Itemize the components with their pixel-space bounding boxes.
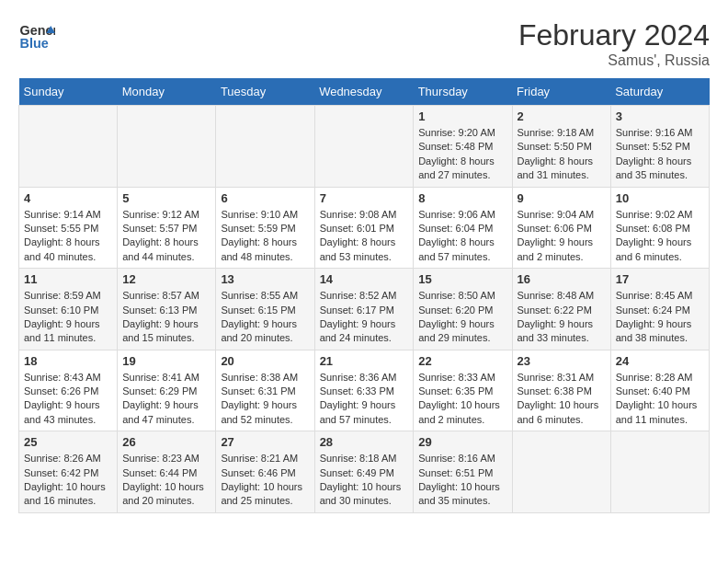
day-number: 24 xyxy=(616,354,704,368)
day-info: Sunrise: 8:16 AMSunset: 6:51 PMDaylight:… xyxy=(418,452,506,509)
logo-icon: General Blue xyxy=(18,18,55,55)
day-number: 12 xyxy=(122,272,210,286)
calendar-cell: 28Sunrise: 8:18 AMSunset: 6:49 PMDayligh… xyxy=(314,431,414,513)
calendar-cell: 6Sunrise: 9:10 AMSunset: 5:59 PMDaylight… xyxy=(216,187,314,269)
weekday-header: Saturday xyxy=(610,78,709,106)
day-number: 10 xyxy=(616,191,704,205)
calendar-week-row: 25Sunrise: 8:26 AMSunset: 6:42 PMDayligh… xyxy=(19,431,710,513)
calendar-cell xyxy=(610,431,709,513)
day-number: 15 xyxy=(418,272,506,286)
calendar-cell: 14Sunrise: 8:52 AMSunset: 6:17 PMDayligh… xyxy=(314,269,414,350)
day-info: Sunrise: 9:18 AMSunset: 5:50 PMDaylight:… xyxy=(518,126,606,183)
calendar-cell xyxy=(314,106,414,188)
day-info: Sunrise: 8:36 AMSunset: 6:33 PMDaylight:… xyxy=(320,371,409,428)
day-number: 27 xyxy=(221,435,309,449)
calendar-week-row: 1Sunrise: 9:20 AMSunset: 5:48 PMDaylight… xyxy=(19,106,710,188)
day-number: 2 xyxy=(518,109,606,123)
calendar-cell: 24Sunrise: 8:28 AMSunset: 6:40 PMDayligh… xyxy=(610,350,709,431)
calendar-cell xyxy=(512,431,610,513)
title-block: February 2024 Samus', Russia xyxy=(518,18,710,69)
day-info: Sunrise: 9:20 AMSunset: 5:48 PMDaylight:… xyxy=(418,126,506,183)
day-number: 4 xyxy=(24,191,112,205)
day-info: Sunrise: 9:02 AMSunset: 6:08 PMDaylight:… xyxy=(616,208,704,265)
day-number: 6 xyxy=(221,191,309,205)
day-info: Sunrise: 9:16 AMSunset: 5:52 PMDaylight:… xyxy=(616,126,704,183)
calendar-cell: 18Sunrise: 8:43 AMSunset: 6:26 PMDayligh… xyxy=(19,350,118,431)
weekday-header: Wednesday xyxy=(314,78,414,106)
day-info: Sunrise: 9:04 AMSunset: 6:06 PMDaylight:… xyxy=(518,208,606,265)
calendar-cell: 29Sunrise: 8:16 AMSunset: 6:51 PMDayligh… xyxy=(414,431,512,513)
calendar-cell xyxy=(19,106,118,188)
calendar-cell xyxy=(118,106,216,188)
calendar-cell: 7Sunrise: 9:08 AMSunset: 6:01 PMDaylight… xyxy=(314,187,414,269)
weekday-header: Sunday xyxy=(19,78,118,106)
day-info: Sunrise: 8:31 AMSunset: 6:38 PMDaylight:… xyxy=(518,371,606,428)
calendar-cell: 26Sunrise: 8:23 AMSunset: 6:44 PMDayligh… xyxy=(118,431,216,513)
calendar-cell: 17Sunrise: 8:45 AMSunset: 6:24 PMDayligh… xyxy=(610,269,709,350)
calendar-cell: 5Sunrise: 9:12 AMSunset: 5:57 PMDaylight… xyxy=(118,187,216,269)
day-number: 1 xyxy=(418,109,506,123)
page-title: February 2024 xyxy=(518,18,710,52)
calendar-cell: 21Sunrise: 8:36 AMSunset: 6:33 PMDayligh… xyxy=(314,350,414,431)
weekday-header: Friday xyxy=(512,78,610,106)
day-info: Sunrise: 9:08 AMSunset: 6:01 PMDaylight:… xyxy=(320,208,409,265)
calendar-cell: 12Sunrise: 8:57 AMSunset: 6:13 PMDayligh… xyxy=(118,269,216,350)
calendar-cell: 15Sunrise: 8:50 AMSunset: 6:20 PMDayligh… xyxy=(414,269,512,350)
svg-text:Blue: Blue xyxy=(20,36,49,51)
day-info: Sunrise: 8:48 AMSunset: 6:22 PMDaylight:… xyxy=(518,289,606,346)
calendar-week-row: 11Sunrise: 8:59 AMSunset: 6:10 PMDayligh… xyxy=(19,269,710,350)
day-number: 3 xyxy=(616,109,704,123)
day-info: Sunrise: 8:21 AMSunset: 6:46 PMDaylight:… xyxy=(221,452,309,509)
calendar-cell: 2Sunrise: 9:18 AMSunset: 5:50 PMDaylight… xyxy=(512,106,610,188)
weekday-header: Tuesday xyxy=(216,78,314,106)
day-info: Sunrise: 9:06 AMSunset: 6:04 PMDaylight:… xyxy=(418,208,506,265)
page-header: General Blue February 2024 Samus', Russi… xyxy=(18,18,710,69)
calendar-cell: 25Sunrise: 8:26 AMSunset: 6:42 PMDayligh… xyxy=(19,431,118,513)
calendar-cell: 20Sunrise: 8:38 AMSunset: 6:31 PMDayligh… xyxy=(216,350,314,431)
calendar-cell: 19Sunrise: 8:41 AMSunset: 6:29 PMDayligh… xyxy=(118,350,216,431)
day-info: Sunrise: 8:26 AMSunset: 6:42 PMDaylight:… xyxy=(24,452,112,509)
day-info: Sunrise: 8:57 AMSunset: 6:13 PMDaylight:… xyxy=(122,289,210,346)
day-number: 17 xyxy=(616,272,704,286)
page-subtitle: Samus', Russia xyxy=(518,52,710,69)
day-number: 16 xyxy=(518,272,606,286)
calendar-week-row: 18Sunrise: 8:43 AMSunset: 6:26 PMDayligh… xyxy=(19,350,710,431)
day-number: 23 xyxy=(518,354,606,368)
day-number: 11 xyxy=(24,272,112,286)
logo: General Blue xyxy=(18,18,59,55)
calendar-cell: 16Sunrise: 8:48 AMSunset: 6:22 PMDayligh… xyxy=(512,269,610,350)
day-info: Sunrise: 8:18 AMSunset: 6:49 PMDaylight:… xyxy=(320,452,409,509)
calendar-cell: 10Sunrise: 9:02 AMSunset: 6:08 PMDayligh… xyxy=(610,187,709,269)
day-number: 19 xyxy=(122,354,210,368)
day-info: Sunrise: 8:38 AMSunset: 6:31 PMDaylight:… xyxy=(221,371,309,428)
calendar-cell: 4Sunrise: 9:14 AMSunset: 5:55 PMDaylight… xyxy=(19,187,118,269)
day-info: Sunrise: 8:41 AMSunset: 6:29 PMDaylight:… xyxy=(122,371,210,428)
day-number: 28 xyxy=(320,435,409,449)
day-info: Sunrise: 8:50 AMSunset: 6:20 PMDaylight:… xyxy=(418,289,506,346)
calendar-cell: 13Sunrise: 8:55 AMSunset: 6:15 PMDayligh… xyxy=(216,269,314,350)
calendar-cell: 9Sunrise: 9:04 AMSunset: 6:06 PMDaylight… xyxy=(512,187,610,269)
day-info: Sunrise: 8:55 AMSunset: 6:15 PMDaylight:… xyxy=(221,289,309,346)
day-number: 9 xyxy=(518,191,606,205)
day-info: Sunrise: 8:43 AMSunset: 6:26 PMDaylight:… xyxy=(24,371,112,428)
day-number: 13 xyxy=(221,272,309,286)
calendar-cell: 27Sunrise: 8:21 AMSunset: 6:46 PMDayligh… xyxy=(216,431,314,513)
day-number: 22 xyxy=(418,354,506,368)
day-info: Sunrise: 9:10 AMSunset: 5:59 PMDaylight:… xyxy=(221,208,309,265)
day-info: Sunrise: 8:52 AMSunset: 6:17 PMDaylight:… xyxy=(320,289,409,346)
day-info: Sunrise: 8:45 AMSunset: 6:24 PMDaylight:… xyxy=(616,289,704,346)
calendar-cell: 11Sunrise: 8:59 AMSunset: 6:10 PMDayligh… xyxy=(19,269,118,350)
weekday-header: Monday xyxy=(118,78,216,106)
calendar-cell: 23Sunrise: 8:31 AMSunset: 6:38 PMDayligh… xyxy=(512,350,610,431)
calendar-cell: 3Sunrise: 9:16 AMSunset: 5:52 PMDaylight… xyxy=(610,106,709,188)
day-info: Sunrise: 8:33 AMSunset: 6:35 PMDaylight:… xyxy=(418,371,506,428)
day-info: Sunrise: 8:28 AMSunset: 6:40 PMDaylight:… xyxy=(616,371,704,428)
calendar-header-row: SundayMondayTuesdayWednesdayThursdayFrid… xyxy=(19,78,710,106)
day-number: 14 xyxy=(320,272,409,286)
calendar-table: SundayMondayTuesdayWednesdayThursdayFrid… xyxy=(18,78,710,513)
weekday-header: Thursday xyxy=(414,78,512,106)
day-number: 26 xyxy=(122,435,210,449)
day-info: Sunrise: 8:59 AMSunset: 6:10 PMDaylight:… xyxy=(24,289,112,346)
calendar-week-row: 4Sunrise: 9:14 AMSunset: 5:55 PMDaylight… xyxy=(19,187,710,269)
day-number: 8 xyxy=(418,191,506,205)
